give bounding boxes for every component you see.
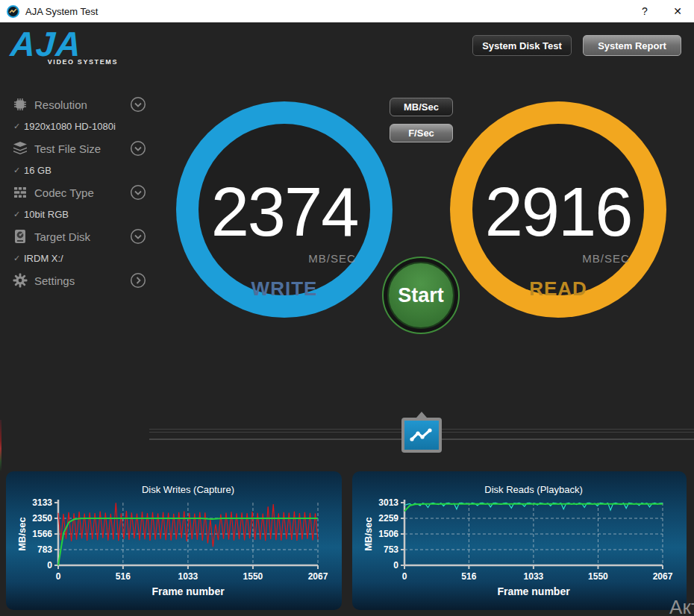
svg-text:1033: 1033	[524, 571, 544, 582]
svg-text:0: 0	[402, 571, 407, 582]
read-gauge: 2916 MB/SEC READ	[450, 101, 666, 318]
test-file-size-selected-value[interactable]: ✓ 16 GB	[13, 163, 155, 177]
line-chart-icon	[404, 421, 439, 450]
start-button[interactable]: Start	[382, 257, 460, 334]
system-report-button[interactable]: System Report	[583, 35, 681, 56]
svg-text:0: 0	[56, 571, 61, 582]
svg-text:Frame number: Frame number	[497, 585, 570, 597]
layers-icon	[12, 140, 28, 157]
sidebar-item-target-disk[interactable]: Target Disk	[12, 226, 146, 247]
sidebar-item-codec-type[interactable]: Codec Type	[12, 182, 146, 203]
system-disk-test-button[interactable]: System Disk Test	[472, 35, 572, 56]
sidebar-item-resolution[interactable]: Resolution	[12, 94, 146, 115]
disk-writes-chart: 07831566235031330516103315502067Disk Wri…	[6, 471, 342, 610]
chevron-down-icon[interactable]	[130, 140, 146, 157]
write-gauge: 2374 MB/SEC WRITE	[176, 101, 393, 318]
disk-icon	[12, 228, 28, 245]
close-button[interactable]: ✕	[661, 0, 694, 22]
edge-artifact	[0, 420, 1, 472]
check-icon: ✓	[13, 210, 24, 219]
write-speed-value: 2374	[198, 177, 370, 246]
svg-text:516: 516	[461, 571, 476, 582]
codec-type-selected-value[interactable]: ✓ 10bit RGB	[13, 207, 155, 221]
svg-text:Disk Reads (Playback): Disk Reads (Playback)	[484, 484, 583, 495]
mbsec-toggle-button[interactable]: MB/Sec	[390, 98, 453, 116]
write-gauge-face: 2374 MB/SEC WRITE	[198, 124, 370, 295]
chevron-down-icon[interactable]	[130, 184, 146, 201]
svg-text:783: 783	[37, 544, 52, 555]
watermark-text: Акт	[669, 596, 694, 616]
sidebar-item-label: Test File Size	[34, 142, 130, 155]
check-icon: ✓	[13, 166, 24, 175]
svg-text:2350: 2350	[32, 513, 52, 524]
chevron-right-icon[interactable]	[130, 272, 146, 289]
svg-text:516: 516	[116, 571, 131, 582]
svg-text:2067: 2067	[308, 571, 328, 582]
gear-icon	[12, 272, 28, 289]
window-title: AJA System Test	[25, 6, 628, 17]
app-icon	[7, 5, 19, 18]
svg-text:MB/sec: MB/sec	[363, 517, 374, 551]
target-disk-selected-value[interactable]: ✓ IRDM X:/	[13, 251, 155, 265]
read-speed-unit: MB/SEC	[572, 252, 640, 265]
chip-icon	[12, 96, 28, 113]
sidebar-item-settings[interactable]: Settings	[12, 270, 146, 291]
svg-text:2067: 2067	[653, 571, 673, 582]
sidebar-item-label: Resolution	[34, 98, 130, 111]
title-bar: AJA System Test ? ✕	[0, 0, 694, 22]
svg-text:Disk Writes (Capture): Disk Writes (Capture)	[142, 484, 234, 495]
read-speed-value: 2916	[472, 177, 644, 246]
svg-text:1566: 1566	[32, 529, 52, 539]
aja-logo-text: AJA	[9, 27, 123, 61]
codec-icon	[12, 184, 28, 201]
resolution-selected-value[interactable]: ✓ 1920x1080 HD-1080i	[13, 119, 155, 133]
svg-text:MB/sec: MB/sec	[16, 517, 28, 551]
write-gauge-label: WRITE	[198, 277, 370, 301]
fsec-toggle-button[interactable]: F/Sec	[390, 124, 453, 142]
chevron-down-icon[interactable]	[130, 228, 146, 245]
charts-toggle-button[interactable]	[401, 418, 442, 453]
read-gauge-label: READ	[472, 277, 644, 301]
svg-text:0: 0	[47, 560, 52, 571]
check-icon: ✓	[13, 254, 24, 263]
disk-reads-chart: 07531506225930130516103315502067Disk Rea…	[352, 471, 687, 610]
aja-logo: AJA VIDEO SYSTEMS	[10, 27, 122, 72]
svg-text:2259: 2259	[378, 513, 398, 524]
write-speed-unit: MB/SEC	[298, 252, 366, 265]
start-button-label: Start	[398, 284, 444, 307]
svg-text:3133: 3133	[32, 497, 52, 508]
svg-text:0: 0	[393, 560, 398, 571]
sidebar-item-label: Target Disk	[34, 230, 130, 243]
sidebar-item-test-file-size[interactable]: Test File Size	[12, 138, 146, 159]
svg-text:Frame number: Frame number	[151, 585, 225, 597]
svg-text:3013: 3013	[378, 497, 398, 508]
start-button-face: Start	[387, 262, 454, 329]
check-icon: ✓	[13, 122, 24, 131]
svg-text:753: 753	[384, 544, 398, 555]
help-button[interactable]: ?	[628, 0, 661, 22]
sidebar-item-label: Settings	[34, 274, 130, 287]
sidebar-item-label: Codec Type	[34, 186, 130, 199]
svg-text:1550: 1550	[588, 571, 608, 582]
main-content: AJA VIDEO SYSTEMS System Disk Test Syste…	[0, 22, 694, 616]
svg-text:1506: 1506	[378, 529, 398, 539]
svg-text:1550: 1550	[243, 571, 263, 582]
chevron-down-icon[interactable]	[130, 96, 146, 113]
read-gauge-face: 2916 MB/SEC READ	[472, 124, 644, 295]
svg-text:1033: 1033	[178, 571, 198, 582]
